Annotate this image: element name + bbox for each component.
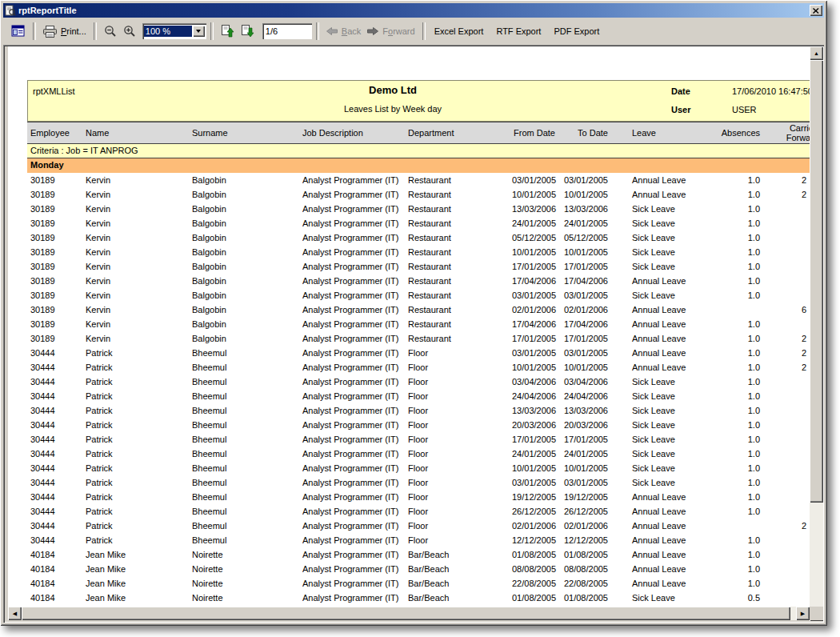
cell-job-description: Analyst Programmer (IT): [302, 432, 408, 447]
cell-surname: Bheemul: [192, 360, 302, 375]
cell-surname: Balgobin: [192, 317, 302, 331]
zoom-out-button[interactable]: [101, 22, 120, 40]
cell-job-description: Analyst Programmer (IT): [302, 576, 408, 591]
cell-surname: Balgobin: [192, 230, 302, 245]
scroll-up-button[interactable]: ▲: [810, 46, 823, 60]
page-up-icon: [221, 25, 234, 38]
cell-to-date: 17/04/2006: [560, 317, 610, 331]
cell-leave: Annual Leave: [610, 331, 720, 346]
table-row: 30189KervinBalgobinAnalyst Programmer (I…: [27, 173, 810, 187]
table-row: 30444PatrickBheemulAnalyst Programmer (I…: [27, 375, 810, 389]
scroll-left-button[interactable]: ◀: [8, 607, 22, 620]
table-row: 30189KervinBalgobinAnalyst Programmer (I…: [27, 288, 810, 302]
cell-employee: 40184: [27, 591, 84, 605]
toolbar-separator: [94, 22, 97, 40]
previous-page-button[interactable]: [218, 22, 238, 40]
cell-employee: 30444: [27, 461, 84, 475]
cell-to-date: 10/01/2005: [560, 461, 610, 475]
cell-from-date: 01/08/2005: [512, 547, 560, 562]
cell-to-date: 19/12/2005: [560, 490, 610, 504]
cell-absences: 1.0: [720, 202, 764, 216]
cell-department: Floor: [408, 504, 512, 519]
close-button[interactable]: [810, 5, 822, 16]
chevron-down-icon: [196, 30, 201, 33]
cell-employee: 30189: [27, 187, 84, 202]
cell-name: Patrick: [84, 360, 192, 375]
cell-employee: 30189: [27, 230, 84, 245]
table-row: 30444PatrickBheemulAnalyst Programmer (I…: [27, 418, 810, 432]
cell-name: Kervin: [84, 245, 192, 259]
cell-department: Floor: [408, 447, 512, 461]
cell-to-date: 17/01/2005: [560, 331, 610, 346]
cell-leave: Annual Leave: [610, 173, 720, 187]
cell-absences: 1.0: [720, 173, 764, 187]
table-row: 30189KervinBalgobinAnalyst Programmer (I…: [27, 230, 810, 245]
cell-surname: Balgobin: [192, 173, 302, 187]
forward-button[interactable]: Forward: [364, 24, 418, 38]
cell-employee: 30444: [27, 490, 84, 504]
cell-from-date: 17/01/2005: [512, 259, 560, 274]
toolbar-separator: [33, 22, 36, 40]
cell-job-description: Analyst Programmer (IT): [302, 547, 408, 562]
scroll-right-button[interactable]: ▶: [796, 607, 810, 620]
table-row: 30189KervinBalgobinAnalyst Programmer (I…: [27, 259, 810, 274]
cell-from-date: 10/01/2005: [512, 461, 560, 475]
group-tree-icon: [11, 25, 26, 38]
export-buttons: Excel Export RTF Export PDF Export: [430, 24, 605, 38]
horizontal-scrollbar-thumb[interactable]: [22, 607, 790, 620]
cell-from-date: 03/01/2005: [512, 346, 560, 360]
cell-employee: 30444: [27, 432, 84, 447]
cell-from-date: 24/01/2005: [512, 216, 560, 230]
toolbar-separator: [422, 22, 426, 40]
cell-name: Patrick: [84, 461, 192, 475]
zoom-level-combobox[interactable]: 100 %: [142, 23, 206, 39]
cell-leave: Annual Leave: [610, 519, 720, 533]
horizontal-scrollbar[interactable]: ◀ ▶: [8, 607, 810, 620]
cell-leave: Sick Leave: [610, 432, 720, 447]
vertical-scrollbar-thumb[interactable]: [810, 60, 823, 503]
cell-to-date: 12/12/2005: [560, 533, 610, 547]
cell-from-date: 22/08/2005: [512, 576, 560, 591]
cell-carried-forward: 2: [764, 346, 810, 360]
next-page-button[interactable]: [238, 22, 258, 40]
cell-carried-forward: [764, 317, 810, 331]
pdf-export-button[interactable]: PDF Export: [549, 24, 604, 38]
cell-name: Kervin: [84, 202, 192, 216]
cell-job-description: Analyst Programmer (IT): [302, 504, 408, 519]
cell-absences: 1.0: [720, 230, 764, 245]
date-label: Date: [671, 86, 690, 96]
cell-leave: Annual Leave: [610, 187, 720, 202]
zoom-dropdown-button[interactable]: [193, 26, 205, 37]
cell-absences: 1.0: [720, 216, 764, 230]
cell-job-description: Analyst Programmer (IT): [302, 475, 408, 490]
cell-to-date: 10/01/2005: [560, 187, 610, 202]
cell-employee: 30189: [27, 317, 84, 331]
cell-department: Floor: [408, 432, 512, 447]
cell-surname: Bheemul: [192, 418, 302, 432]
cell-surname: Bheemul: [192, 490, 302, 504]
print-button[interactable]: Print...: [40, 23, 90, 40]
cell-job-description: Analyst Programmer (IT): [302, 447, 408, 461]
cell-carried-forward: [764, 591, 810, 605]
excel-export-button[interactable]: Excel Export: [430, 24, 489, 38]
group-tree-toggle-button[interactable]: [8, 22, 29, 40]
cell-carried-forward: 2: [764, 360, 810, 375]
report-preview-icon: [5, 5, 16, 16]
table-row: 30189KervinBalgobinAnalyst Programmer (I…: [27, 302, 810, 317]
vertical-scrollbar[interactable]: ▲ ▼: [810, 46, 823, 621]
page-number-input[interactable]: 1/6: [262, 23, 312, 39]
cell-surname: Bheemul: [192, 475, 302, 490]
back-button[interactable]: Back: [323, 24, 364, 38]
date-value: 17/06/2010 16:47:50: [732, 86, 810, 96]
rtf-export-button[interactable]: RTF Export: [491, 24, 546, 38]
cell-carried-forward: [764, 490, 810, 504]
zoom-in-button[interactable]: [120, 22, 139, 40]
cell-absences: 1.0: [720, 389, 764, 403]
cell-job-description: Analyst Programmer (IT): [302, 173, 408, 187]
cell-from-date: 02/01/2006: [512, 302, 560, 317]
titlebar: rptReportTitle: [3, 3, 824, 18]
cell-to-date: 03/04/2006: [560, 375, 610, 389]
cell-employee: 30189: [27, 245, 84, 259]
cell-surname: Balgobin: [192, 302, 302, 317]
cell-to-date: 08/08/2005: [560, 562, 610, 576]
